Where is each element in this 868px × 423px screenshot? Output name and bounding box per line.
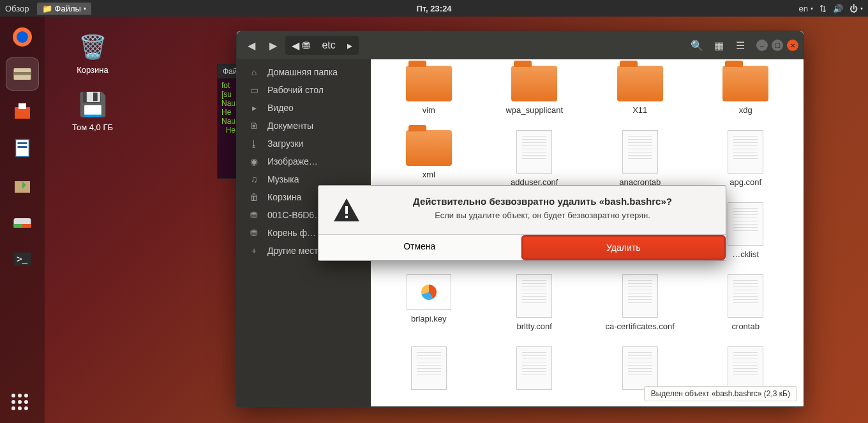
view-toggle-button[interactable]: ▦ (709, 36, 728, 55)
file-item[interactable] (486, 346, 584, 394)
sidebar-item-4[interactable]: ⭳Загрузки (237, 135, 371, 152)
svg-rect-7 (18, 142, 27, 144)
file-item[interactable]: vim (380, 66, 478, 115)
folder-icon (406, 66, 452, 101)
file-item[interactable]: wpa_supplicant (486, 66, 584, 115)
file-icon (728, 346, 763, 390)
input-source[interactable]: en▾ (799, 4, 813, 13)
file-icon (516, 274, 552, 318)
search-button[interactable]: 🔍 (687, 36, 707, 55)
path-segment[interactable]: etc (318, 40, 339, 51)
file-label: crontab (697, 322, 795, 331)
sidebar-label: Изображе… (267, 156, 318, 167)
clock[interactable]: Пт, 23:24 (416, 4, 451, 13)
files-launcher[interactable] (6, 57, 39, 91)
cancel-button[interactable]: Отмена (318, 235, 521, 260)
sidebar-icon: ⛃ (248, 210, 260, 220)
sidebar-icon: ⭳ (248, 138, 260, 149)
dialog-message: Если вы удалите объект, он будет безвозв… (372, 211, 713, 220)
hamburger-menu-button[interactable]: ☰ (731, 36, 750, 55)
file-item[interactable]: apg.conf (697, 130, 795, 187)
svg-text:>_: >_ (17, 253, 28, 264)
sidebar-icon: 🗑 (248, 192, 260, 202)
svg-rect-5 (19, 103, 26, 109)
network-icon[interactable]: ⇅ (819, 4, 827, 13)
svg-rect-15 (345, 206, 348, 214)
file-label: xml (380, 170, 478, 179)
sidebar-label: Документы (267, 121, 313, 131)
sidebar-item-1[interactable]: ▭Рабочий стол (237, 81, 371, 99)
svg-rect-8 (18, 146, 27, 148)
nav-back-button[interactable]: ◀ (242, 36, 261, 55)
chevron-right-icon: ▸ (343, 40, 356, 52)
desktop-usb[interactable]: 💾 Том 4,0 ГБ (64, 89, 121, 132)
writer-launcher[interactable] (6, 131, 39, 165)
sidebar-item-3[interactable]: 🗎Документы (237, 117, 371, 135)
files-app-menu[interactable]: 📁 Файлы ▾ (37, 3, 91, 15)
sidebar-label: Корзина (267, 192, 301, 202)
file-item[interactable]: xdg (697, 66, 795, 115)
volume-icon[interactable]: 🔊 (833, 4, 843, 13)
desktop-trash[interactable]: 🗑️ Корзина (64, 32, 121, 75)
file-icon (728, 202, 763, 246)
activities-button[interactable]: Обзор (5, 4, 29, 13)
file-icon (622, 130, 658, 174)
svg-rect-12 (22, 224, 31, 228)
trash-icon: 🗑️ (77, 32, 108, 63)
file-item[interactable]: adduser.conf (486, 130, 584, 187)
close-button[interactable]: ✕ (787, 40, 798, 51)
files-headerbar: ◀ ▶ ◀ ⛃ etc ▸ 🔍 ▦ ☰ – ☐ ✕ (237, 31, 804, 59)
sidebar-icon: ⌂ (248, 67, 260, 77)
svg-point-1 (17, 31, 28, 43)
disks-launcher[interactable] (6, 205, 39, 239)
dialog-title: Действительно безвозвратно удалить «bash… (372, 196, 713, 207)
file-label: brltty.conf (486, 322, 584, 331)
terminal-launcher[interactable]: >_ (6, 242, 39, 276)
folder-icon (511, 66, 557, 101)
folder-icon (722, 66, 768, 101)
file-item[interactable]: brlapi.key (380, 274, 478, 331)
power-icon[interactable]: ⏻▾ (849, 4, 863, 13)
file-icon (622, 346, 658, 390)
path-bar[interactable]: ◀ ⛃ etc ▸ (285, 36, 359, 55)
file-item[interactable]: brltty.conf (486, 274, 584, 331)
file-icon (622, 274, 658, 318)
sidebar-icon: + (248, 246, 260, 256)
sidebar-item-0[interactable]: ⌂Домашняя папка (237, 63, 371, 81)
folder-icon (617, 66, 663, 101)
sidebar-label: Загрузки (267, 138, 303, 149)
file-item[interactable]: ca-certificates.conf (591, 274, 689, 331)
sidebar-label: 001C-B6D6… (267, 210, 323, 220)
minimize-button[interactable]: – (756, 40, 768, 51)
file-label: X11 (591, 105, 689, 115)
sidebar-icon: 🗎 (248, 121, 260, 131)
maximize-button[interactable]: ☐ (772, 40, 783, 51)
sidebar-item-2[interactable]: ▸Видео (237, 99, 371, 117)
warning-icon (331, 196, 362, 226)
chevron-down-icon: ▾ (84, 6, 86, 11)
usb-icon: 💾 (77, 89, 108, 120)
sidebar-icon: ▸ (248, 103, 260, 113)
file-item[interactable]: crontab (697, 274, 795, 331)
path-root-icon[interactable]: ◀ ⛃ (288, 40, 314, 52)
nav-forward-button[interactable]: ▶ (264, 36, 283, 55)
sidebar-label: Домашняя папка (267, 67, 338, 77)
show-apps-button[interactable] (11, 394, 33, 415)
svg-rect-16 (345, 216, 348, 218)
delete-button[interactable]: Удалить (523, 236, 725, 259)
software-launcher[interactable] (6, 94, 39, 128)
file-label: xdg (697, 105, 795, 115)
folder-icon (406, 130, 452, 166)
sidebar-label: Рабочий стол (267, 85, 324, 95)
file-item[interactable]: xml (380, 130, 478, 187)
file-label: brlapi.key (380, 314, 478, 323)
file-item[interactable]: anacrontab (591, 130, 689, 187)
sidebar-item-5[interactable]: ◉Изображе… (237, 152, 371, 170)
file-label: wpa_supplicant (486, 105, 584, 115)
package-launcher[interactable] (6, 168, 39, 202)
file-item[interactable]: X11 (591, 66, 689, 115)
firefox-launcher[interactable] (6, 20, 39, 54)
top-panel: Обзор 📁 Файлы ▾ Пт, 23:24 en▾ ⇅ 🔊 ⏻▾ (0, 0, 868, 17)
file-item[interactable] (380, 346, 478, 394)
trash-label: Корзина (64, 65, 121, 75)
